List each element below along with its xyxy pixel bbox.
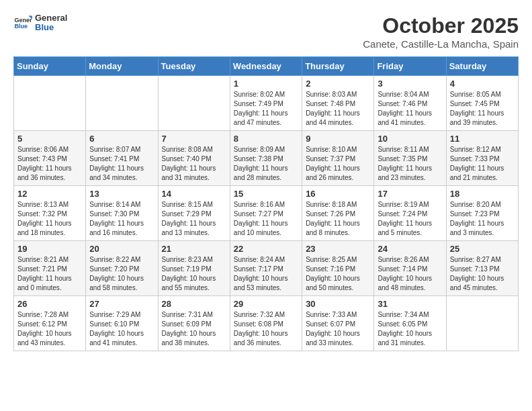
weekday-header-monday: Monday	[86, 57, 158, 76]
day-number: 22	[234, 244, 298, 254]
day-number: 26	[17, 299, 82, 309]
calendar-empty-cell	[86, 76, 158, 131]
calendar-day-cell: 7Sunrise: 8:08 AM Sunset: 7:40 PM Daylig…	[158, 131, 230, 186]
day-info: Sunrise: 8:23 AM Sunset: 7:19 PM Dayligh…	[162, 255, 226, 293]
day-number: 15	[234, 189, 298, 199]
day-number: 4	[450, 79, 515, 89]
weekday-header-friday: Friday	[374, 57, 446, 76]
calendar-day-cell: 2Sunrise: 8:03 AM Sunset: 7:48 PM Daylig…	[302, 76, 374, 131]
day-info: Sunrise: 7:33 AM Sunset: 6:07 PM Dayligh…	[306, 310, 370, 348]
day-info: Sunrise: 8:27 AM Sunset: 7:13 PM Dayligh…	[450, 255, 515, 293]
calendar-day-cell: 13Sunrise: 8:14 AM Sunset: 7:30 PM Dayli…	[86, 186, 158, 241]
day-info: Sunrise: 7:32 AM Sunset: 6:08 PM Dayligh…	[234, 310, 298, 348]
day-info: Sunrise: 8:25 AM Sunset: 7:16 PM Dayligh…	[306, 255, 370, 293]
calendar-day-cell: 29Sunrise: 7:32 AM Sunset: 6:08 PM Dayli…	[230, 296, 302, 351]
calendar-day-cell: 14Sunrise: 8:15 AM Sunset: 7:29 PM Dayli…	[158, 186, 230, 241]
calendar-title: October 2025	[363, 13, 519, 38]
day-number: 28	[162, 299, 226, 309]
day-info: Sunrise: 8:18 AM Sunset: 7:26 PM Dayligh…	[306, 200, 370, 238]
weekday-header-saturday: Saturday	[446, 57, 518, 76]
day-info: Sunrise: 8:11 AM Sunset: 7:35 PM Dayligh…	[378, 145, 442, 183]
logo: General Blue General Blue	[13, 13, 67, 33]
day-info: Sunrise: 8:15 AM Sunset: 7:29 PM Dayligh…	[162, 200, 226, 238]
day-number: 5	[17, 134, 82, 144]
day-info: Sunrise: 8:09 AM Sunset: 7:38 PM Dayligh…	[234, 145, 298, 183]
day-number: 17	[378, 189, 442, 199]
calendar-week-row: 1Sunrise: 8:02 AM Sunset: 7:49 PM Daylig…	[14, 76, 519, 131]
calendar-day-cell: 16Sunrise: 8:18 AM Sunset: 7:26 PM Dayli…	[302, 186, 374, 241]
day-info: Sunrise: 8:26 AM Sunset: 7:14 PM Dayligh…	[378, 255, 442, 293]
calendar-day-cell: 20Sunrise: 8:22 AM Sunset: 7:20 PM Dayli…	[86, 241, 158, 296]
calendar-day-cell: 1Sunrise: 8:02 AM Sunset: 7:49 PM Daylig…	[230, 76, 302, 131]
day-number: 8	[234, 134, 298, 144]
calendar-day-cell: 8Sunrise: 8:09 AM Sunset: 7:38 PM Daylig…	[230, 131, 302, 186]
calendar-day-cell: 18Sunrise: 8:20 AM Sunset: 7:23 PM Dayli…	[446, 186, 518, 241]
day-info: Sunrise: 8:13 AM Sunset: 7:32 PM Dayligh…	[17, 200, 82, 238]
calendar-day-cell: 25Sunrise: 8:27 AM Sunset: 7:13 PM Dayli…	[446, 241, 518, 296]
calendar-empty-cell	[14, 76, 86, 131]
calendar-day-cell: 22Sunrise: 8:24 AM Sunset: 7:17 PM Dayli…	[230, 241, 302, 296]
day-number: 19	[17, 244, 82, 254]
day-number: 2	[306, 79, 370, 89]
calendar-day-cell: 21Sunrise: 8:23 AM Sunset: 7:19 PM Dayli…	[158, 241, 230, 296]
day-info: Sunrise: 7:31 AM Sunset: 6:09 PM Dayligh…	[162, 310, 226, 348]
calendar-day-cell: 6Sunrise: 8:07 AM Sunset: 7:41 PM Daylig…	[86, 131, 158, 186]
calendar-week-row: 19Sunrise: 8:21 AM Sunset: 7:21 PM Dayli…	[14, 241, 519, 296]
calendar-day-cell: 5Sunrise: 8:06 AM Sunset: 7:43 PM Daylig…	[14, 131, 86, 186]
calendar-day-cell: 30Sunrise: 7:33 AM Sunset: 6:07 PM Dayli…	[302, 296, 374, 351]
day-number: 20	[89, 244, 154, 254]
day-number: 24	[378, 244, 442, 254]
day-info: Sunrise: 8:06 AM Sunset: 7:43 PM Dayligh…	[17, 145, 82, 183]
calendar-day-cell: 24Sunrise: 8:26 AM Sunset: 7:14 PM Dayli…	[374, 241, 446, 296]
calendar-empty-cell	[446, 296, 518, 351]
calendar-week-row: 12Sunrise: 8:13 AM Sunset: 7:32 PM Dayli…	[14, 186, 519, 241]
calendar-day-cell: 19Sunrise: 8:21 AM Sunset: 7:21 PM Dayli…	[14, 241, 86, 296]
title-section: October 2025 Canete, Castille-La Mancha,…	[363, 13, 519, 50]
day-info: Sunrise: 8:22 AM Sunset: 7:20 PM Dayligh…	[89, 255, 154, 293]
day-number: 7	[162, 134, 226, 144]
calendar-table: SundayMondayTuesdayWednesdayThursdayFrid…	[13, 56, 519, 351]
calendar-day-cell: 3Sunrise: 8:04 AM Sunset: 7:46 PM Daylig…	[374, 76, 446, 131]
calendar-day-cell: 4Sunrise: 8:05 AM Sunset: 7:45 PM Daylig…	[446, 76, 518, 131]
day-number: 29	[234, 299, 298, 309]
calendar-day-cell: 27Sunrise: 7:29 AM Sunset: 6:10 PM Dayli…	[86, 296, 158, 351]
day-number: 10	[378, 134, 442, 144]
day-number: 1	[234, 79, 298, 89]
day-info: Sunrise: 8:21 AM Sunset: 7:21 PM Dayligh…	[17, 255, 82, 293]
svg-text:General: General	[14, 17, 32, 24]
weekday-header-wednesday: Wednesday	[230, 57, 302, 76]
header: General Blue General Blue October 2025 C…	[13, 13, 519, 50]
day-number: 21	[162, 244, 226, 254]
day-number: 25	[450, 244, 515, 254]
calendar-subtitle: Canete, Castille-La Mancha, Spain	[363, 38, 519, 50]
day-info: Sunrise: 8:03 AM Sunset: 7:48 PM Dayligh…	[306, 90, 370, 128]
day-info: Sunrise: 8:24 AM Sunset: 7:17 PM Dayligh…	[234, 255, 298, 293]
logo-blue: Blue	[35, 23, 67, 32]
day-info: Sunrise: 8:16 AM Sunset: 7:27 PM Dayligh…	[234, 200, 298, 238]
day-info: Sunrise: 7:28 AM Sunset: 6:12 PM Dayligh…	[17, 310, 82, 348]
calendar-week-row: 26Sunrise: 7:28 AM Sunset: 6:12 PM Dayli…	[14, 296, 519, 351]
day-info: Sunrise: 8:07 AM Sunset: 7:41 PM Dayligh…	[89, 145, 154, 183]
calendar-day-cell: 9Sunrise: 8:10 AM Sunset: 7:37 PM Daylig…	[302, 131, 374, 186]
day-number: 3	[378, 79, 442, 89]
svg-text:Blue: Blue	[14, 24, 28, 30]
day-info: Sunrise: 8:05 AM Sunset: 7:45 PM Dayligh…	[450, 90, 515, 128]
day-number: 30	[306, 299, 370, 309]
calendar-day-cell: 17Sunrise: 8:19 AM Sunset: 7:24 PM Dayli…	[374, 186, 446, 241]
weekday-header-row: SundayMondayTuesdayWednesdayThursdayFrid…	[14, 57, 519, 76]
weekday-header-tuesday: Tuesday	[158, 57, 230, 76]
day-info: Sunrise: 8:20 AM Sunset: 7:23 PM Dayligh…	[450, 200, 515, 238]
calendar-day-cell: 26Sunrise: 7:28 AM Sunset: 6:12 PM Dayli…	[14, 296, 86, 351]
day-info: Sunrise: 7:34 AM Sunset: 6:05 PM Dayligh…	[378, 310, 442, 348]
day-number: 31	[378, 299, 442, 309]
calendar-day-cell: 11Sunrise: 8:12 AM Sunset: 7:33 PM Dayli…	[446, 131, 518, 186]
day-number: 23	[306, 244, 370, 254]
weekday-header-thursday: Thursday	[302, 57, 374, 76]
day-info: Sunrise: 7:29 AM Sunset: 6:10 PM Dayligh…	[89, 310, 154, 348]
day-info: Sunrise: 8:19 AM Sunset: 7:24 PM Dayligh…	[378, 200, 442, 238]
day-number: 9	[306, 134, 370, 144]
calendar-day-cell: 10Sunrise: 8:11 AM Sunset: 7:35 PM Dayli…	[374, 131, 446, 186]
day-info: Sunrise: 8:04 AM Sunset: 7:46 PM Dayligh…	[378, 90, 442, 128]
logo-general: General	[35, 13, 67, 23]
logo-icon: General Blue	[13, 13, 32, 32]
